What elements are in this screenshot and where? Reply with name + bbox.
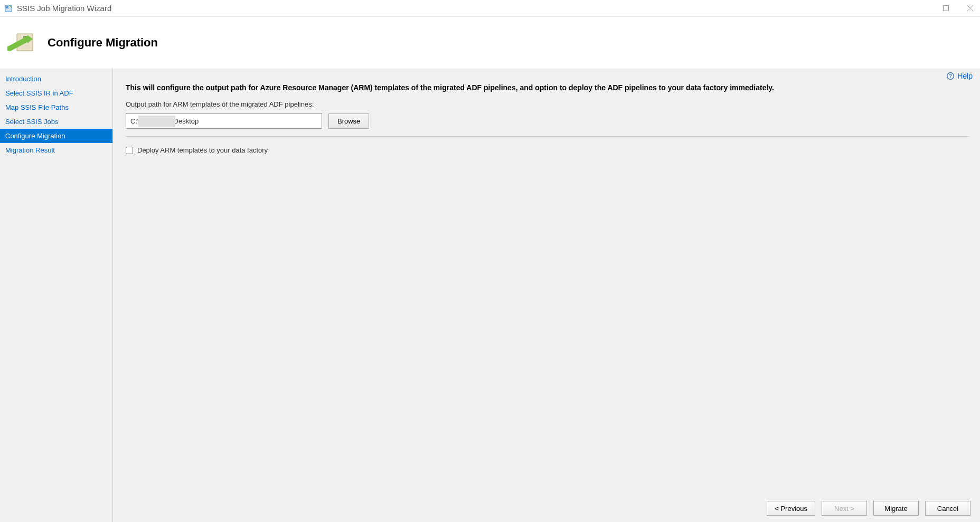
sidebar-item-select-ssis-jobs[interactable]: Select SSIS Jobs — [0, 115, 112, 129]
cancel-button[interactable]: Cancel — [925, 501, 970, 516]
maximize-icon[interactable] — [940, 3, 951, 14]
output-path-label: Output path for ARM templates of the mig… — [126, 100, 969, 108]
sidebar: Introduction Select SSIS IR in ADF Map S… — [0, 69, 113, 522]
divider — [126, 136, 969, 137]
sidebar-item-configure-migration[interactable]: Configure Migration — [0, 129, 112, 143]
output-path-input[interactable] — [126, 113, 322, 129]
close-icon[interactable] — [964, 3, 976, 14]
wizard-body: Introduction Select SSIS IR in ADF Map S… — [0, 69, 980, 522]
app-icon — [4, 4, 13, 13]
titlebar: SSIS Job Migration Wizard — [0, 0, 980, 17]
migrate-button[interactable]: Migrate — [873, 501, 919, 516]
deploy-arm-label: Deploy ARM templates to your data factor… — [137, 146, 268, 154]
sidebar-item-map-file-paths[interactable]: Map SSIS File Paths — [0, 100, 112, 115]
sidebar-item-select-ssis-ir[interactable]: Select SSIS IR in ADF — [0, 86, 112, 100]
page-title: Configure Migration — [48, 36, 158, 50]
wizard-header: Configure Migration — [0, 17, 980, 69]
help-icon: ? — [946, 72, 955, 80]
previous-button[interactable]: < Previous — [767, 501, 815, 516]
svg-text:?: ? — [949, 73, 952, 79]
browse-button[interactable]: Browse — [328, 113, 369, 129]
deploy-arm-checkbox[interactable] — [126, 147, 133, 154]
svg-rect-2 — [943, 6, 948, 11]
sidebar-item-introduction[interactable]: Introduction — [0, 72, 112, 86]
help-link[interactable]: ? Help — [946, 72, 973, 80]
wizard-footer: < Previous Next > Migrate Cancel — [113, 495, 980, 522]
titlebar-title: SSIS Job Migration Wizard — [17, 4, 111, 13]
help-label: Help — [957, 72, 973, 80]
next-button: Next > — [822, 501, 867, 516]
sidebar-item-migration-result[interactable]: Migration Result — [0, 143, 112, 157]
content-area: ? Help This will configure the output pa… — [113, 69, 980, 522]
svg-rect-1 — [6, 6, 8, 8]
instruction-text: This will configure the output path for … — [126, 83, 969, 92]
wizard-header-icon — [7, 27, 38, 58]
